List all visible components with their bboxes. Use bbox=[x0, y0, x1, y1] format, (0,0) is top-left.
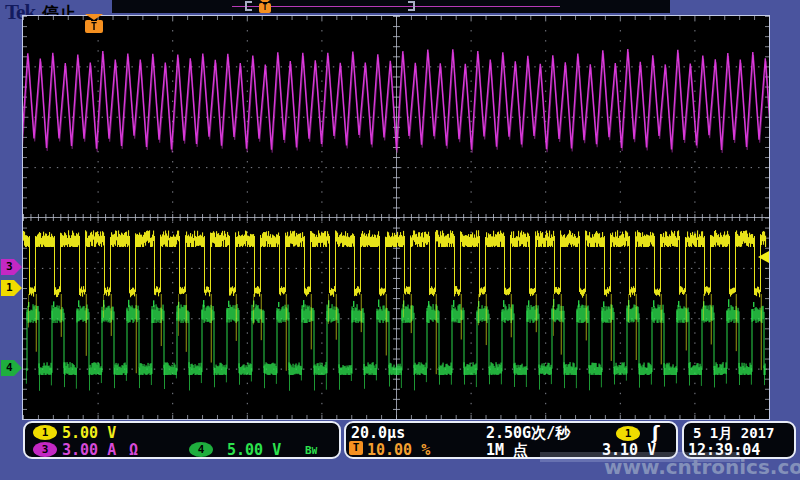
ch1-badge[interactable]: 1 bbox=[33, 425, 57, 440]
channel-readout-panel[interactable]: 1 5.00 V 3 3.00 A Ω 4 5.00 V BW bbox=[23, 421, 341, 459]
record-trigger-marker[interactable]: T bbox=[259, 0, 272, 13]
watermark: www.cntronics.com bbox=[604, 455, 800, 479]
ch1-ground-marker[interactable]: 1 bbox=[1, 280, 22, 296]
record-trigger-t-icon: T bbox=[259, 3, 271, 13]
record-window-bracket-right[interactable] bbox=[408, 1, 415, 11]
trigger-position-marker[interactable]: T bbox=[85, 14, 103, 34]
ch4-scale-readout: 5.00 V bbox=[227, 442, 281, 458]
ch4-badge[interactable]: 4 bbox=[189, 442, 213, 457]
sample-rate-readout: 2.50G次/秒 bbox=[486, 425, 570, 441]
ch3-ground-marker[interactable]: 3 bbox=[1, 259, 22, 275]
trigger-position-readout: 10.00 % bbox=[367, 442, 430, 458]
ch3-coupling-readout: Ω bbox=[129, 442, 138, 458]
trigger-level-arrow-icon[interactable] bbox=[758, 251, 769, 263]
date-readout: 5 1月 2017 bbox=[693, 425, 774, 441]
trigger-source-badge[interactable]: 1 bbox=[616, 426, 640, 441]
ch1-scale-readout: 5.00 V bbox=[62, 425, 116, 441]
ch3-scale-readout: 3.00 A bbox=[62, 442, 116, 458]
ch3-badge[interactable]: 3 bbox=[33, 442, 57, 457]
trigger-t-badge: T bbox=[349, 441, 363, 455]
record-window-bracket-left[interactable] bbox=[245, 1, 252, 11]
record-length-readout: 1M 点 bbox=[486, 442, 528, 458]
record-view-bar: T bbox=[112, 0, 670, 13]
waveform-canvas bbox=[23, 16, 769, 419]
ch4-ground-marker[interactable]: 4 bbox=[1, 360, 22, 376]
graticule bbox=[22, 15, 770, 420]
record-view-line bbox=[232, 6, 560, 7]
horizontal-scale-readout: 20.0μs bbox=[351, 425, 405, 441]
trigger-slope-icon: ʃ bbox=[652, 425, 659, 441]
trigger-position-t-icon: T bbox=[85, 20, 103, 33]
scope-screen: Tek 停止 T T 3 1 4 1 5.00 V 3 3.00 A Ω 4 5… bbox=[0, 0, 800, 480]
ch4-bandwidth-badge: BW bbox=[305, 443, 317, 459]
